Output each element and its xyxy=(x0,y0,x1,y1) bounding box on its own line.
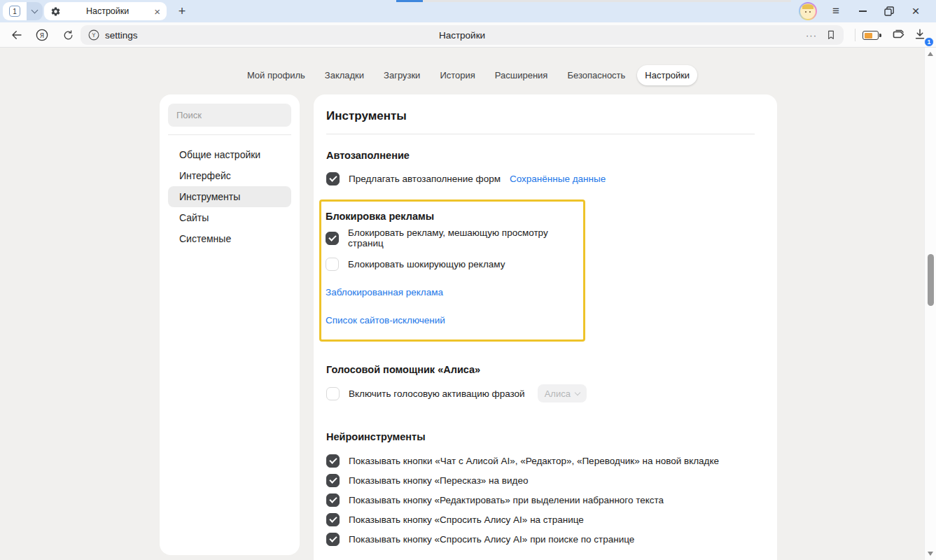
extensions-icon xyxy=(889,27,907,44)
neuro-ask-alice-search-checkbox[interactable] xyxy=(326,533,340,546)
scrollbar-down-arrow[interactable] xyxy=(928,552,933,556)
omnibox-page-title: Настройки xyxy=(81,30,844,41)
omnibox-actions: ··· xyxy=(806,29,837,41)
autofill-checkbox-label[interactable]: Предлагать автозаполнение форм xyxy=(349,174,501,184)
nav-tab-profile[interactable]: Мой профиль xyxy=(239,65,313,85)
neuro-edit-button-checkbox[interactable] xyxy=(326,493,340,507)
page-title: Инструменты xyxy=(326,94,755,123)
sidebar-list: Общие настройки Интерфейс Инструменты Са… xyxy=(168,144,291,249)
window-close-button[interactable]: × xyxy=(902,0,929,22)
page-scrollbar[interactable] xyxy=(924,48,936,560)
extensions-button[interactable] xyxy=(889,27,907,44)
neuro-row-5: Показывать кнопку «Спросить Алису AI» пр… xyxy=(326,529,755,549)
more-actions-icon[interactable]: ··· xyxy=(806,30,817,41)
exception-sites-link[interactable]: Список сайтов-исключений xyxy=(326,315,445,326)
adblock-row-2: Блокировать шокирующую рекламу xyxy=(326,254,575,274)
address-bar: Я Y settings Настройки ··· xyxy=(0,22,936,48)
chevron-down-icon xyxy=(575,390,580,396)
reload-icon xyxy=(62,29,74,41)
adblock-row-1: Блокировать рекламу, мешающую просмотру … xyxy=(326,228,575,248)
nav-tab-history[interactable]: История xyxy=(432,65,482,85)
neuro-video-summary-label[interactable]: Показывать кнопку «Пересказ» на видео xyxy=(349,475,528,486)
neuro-ask-alice-page-label[interactable]: Показывать кнопку «Спросить Алису AI» на… xyxy=(349,514,584,525)
omnibox[interactable]: Y settings Настройки ··· xyxy=(81,25,844,45)
tab-close-icon[interactable]: × xyxy=(154,6,160,17)
adblock-highlight-box: Блокировка рекламы Блокировать рекламу, … xyxy=(319,200,585,342)
url-text: settings xyxy=(105,30,138,41)
downloads-button[interactable]: 1 xyxy=(913,27,931,44)
back-arrow-icon xyxy=(11,29,23,41)
block-intrusive-ads-checkbox[interactable] xyxy=(326,232,339,245)
yandex-home-button[interactable]: Я xyxy=(32,25,52,45)
blocked-ads-link[interactable]: Заблокированная реклама xyxy=(326,287,443,298)
nav-tab-downloads[interactable]: Загрузки xyxy=(376,65,428,85)
tab-count-badge: 1 xyxy=(9,6,20,17)
scrollbar-thumb[interactable] xyxy=(928,254,934,306)
restore-button[interactable] xyxy=(876,0,902,22)
tab-settings[interactable]: Настройки × xyxy=(44,2,167,20)
reload-button[interactable] xyxy=(58,25,78,45)
download-count-badge: 1 xyxy=(924,37,934,47)
block-shocking-ads-label[interactable]: Блокировать шокирующую рекламу xyxy=(348,259,505,270)
neuro-ask-alice-page-checkbox[interactable] xyxy=(326,513,340,526)
back-button[interactable] xyxy=(7,25,27,45)
new-tab-button[interactable]: + xyxy=(173,2,191,20)
section-alice-title: Голосовой помощник «Алиса» xyxy=(326,364,755,375)
autofill-row: Предлагать автозаполнение форм Сохранённ… xyxy=(326,169,755,188)
top-edge-strip xyxy=(423,0,791,2)
nav-tab-extensions[interactable]: Расширения xyxy=(487,65,556,85)
tab-counter-group: 1 xyxy=(3,2,43,20)
activation-phrase-dropdown[interactable]: Алиса xyxy=(538,384,587,402)
sidebar-item-interface[interactable]: Интерфейс xyxy=(168,165,291,186)
minimize-button[interactable] xyxy=(849,0,876,22)
browser-menu-button[interactable]: ≡ xyxy=(823,0,849,22)
sidebar-item-sites[interactable]: Сайты xyxy=(168,207,291,228)
sidebar-item-tools[interactable]: Инструменты xyxy=(168,186,291,207)
neuro-newtab-buttons-checkbox[interactable] xyxy=(326,454,340,468)
neuro-row-2: Показывать кнопку «Пересказ» на видео xyxy=(326,470,755,490)
battery-nub xyxy=(879,34,881,37)
neuro-newtab-buttons-label[interactable]: Показывать кнопки «Чат с Алисой AI», «Ре… xyxy=(349,456,719,466)
search-input[interactable] xyxy=(168,104,291,127)
window-controls: ≡ × xyxy=(799,0,929,22)
autofill-checkbox[interactable] xyxy=(326,172,340,186)
svg-text:Я: Я xyxy=(40,31,44,39)
toolbar-separator xyxy=(855,29,855,41)
tab-title: Настройки xyxy=(61,6,154,16)
settings-nav-tabs: Мой профиль Закладки Загрузки История Ра… xyxy=(160,65,777,85)
battery-fill xyxy=(865,33,872,38)
minimize-icon xyxy=(859,10,867,12)
sidebar-divider xyxy=(168,134,291,135)
svg-text:Y: Y xyxy=(92,32,96,38)
nav-tab-bookmarks[interactable]: Закладки xyxy=(317,65,372,85)
blocked-ads-link-row: Заблокированная реклама xyxy=(326,283,575,302)
neuro-row-3: Показывать кнопку «Редактировать» при вы… xyxy=(326,490,755,510)
block-intrusive-ads-label[interactable]: Блокировать рекламу, мешающую просмотру … xyxy=(348,227,575,248)
section-autofill-title: Автозаполнение xyxy=(326,150,755,161)
sidebar-item-general[interactable]: Общие настройки xyxy=(168,144,291,165)
top-edge-accent-strip xyxy=(396,0,423,2)
neuro-row-4: Показывать кнопку «Спросить Алису AI» на… xyxy=(326,510,755,529)
block-shocking-ads-checkbox[interactable] xyxy=(326,258,339,271)
voice-activation-label[interactable]: Включить голосовую активацию фразой xyxy=(349,388,525,399)
tab-counter-button[interactable]: 1 xyxy=(3,2,27,20)
profile-avatar[interactable] xyxy=(799,2,817,20)
nav-tab-settings[interactable]: Настройки xyxy=(637,65,697,85)
neuro-video-summary-checkbox[interactable] xyxy=(326,474,340,487)
tab-list-dropdown-button[interactable] xyxy=(27,2,43,20)
bookmark-icon[interactable] xyxy=(825,29,837,41)
sidebar-item-system[interactable]: Системные xyxy=(168,228,291,249)
neuro-row-1: Показывать кнопки «Чат с Алисой AI», «Ре… xyxy=(326,451,755,470)
yandex-logo-icon: Я xyxy=(35,28,49,42)
settings-sidebar: Общие настройки Интерфейс Инструменты Са… xyxy=(160,94,300,555)
tab-strip: 1 Настройки × + ≡ xyxy=(0,0,936,22)
voice-activation-checkbox[interactable] xyxy=(326,387,340,400)
battery-saver-button[interactable] xyxy=(862,31,881,40)
saved-data-link[interactable]: Сохранённые данные xyxy=(510,174,606,184)
neuro-edit-button-label[interactable]: Показывать кнопку «Редактировать» при вы… xyxy=(349,495,664,505)
neuro-ask-alice-search-label[interactable]: Показывать кнопку «Спросить Алису AI» пр… xyxy=(349,534,634,545)
scrollbar-up-arrow[interactable] xyxy=(928,52,933,56)
protect-status-icon: Y xyxy=(88,29,100,41)
nav-tab-security[interactable]: Безопасность xyxy=(559,65,633,85)
title-divider xyxy=(326,134,755,134)
